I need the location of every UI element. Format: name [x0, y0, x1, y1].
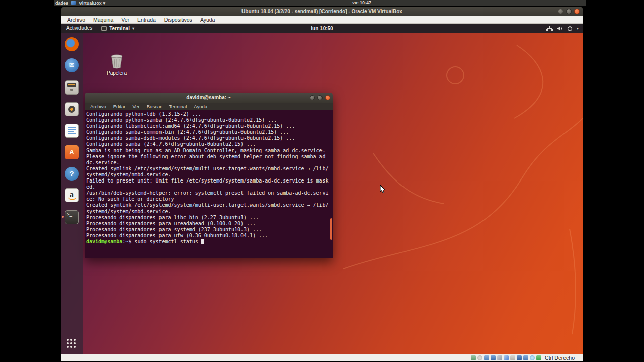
typed-command: sudo systemctl status	[134, 239, 201, 244]
files-icon	[65, 80, 79, 95]
dock-item-libreoffice-writer[interactable]	[65, 124, 79, 138]
mail-icon: ✉	[65, 58, 79, 72]
dock-item-rhythmbox[interactable]	[65, 102, 79, 116]
terminal-line: Created symlink /etc/systemd/system/mult…	[86, 202, 333, 208]
vm-window-title: Ubuntu 18.04 (3/2/20 - sendmail) [Corrie…	[242, 9, 403, 14]
session-status-icon[interactable]	[523, 355, 528, 360]
features-status-icon[interactable]	[530, 355, 535, 360]
terminal-line: Procesando disparadores para systemd (23…	[86, 227, 333, 233]
dock-item-firefox[interactable]	[65, 37, 79, 51]
usb-status-icon[interactable]	[497, 355, 502, 360]
menu-ayuda[interactable]: Ayuda	[196, 17, 219, 23]
optical-status-icon[interactable]	[477, 355, 482, 360]
dock-item-help[interactable]: ?	[65, 167, 79, 181]
minimize-button[interactable]	[558, 9, 564, 14]
host-activities-label[interactable]: dades	[55, 1, 68, 6]
dock-item-terminal[interactable]: >_	[65, 210, 79, 224]
terminal-line: Configurando samba-common-bin (2:4.7.6+d…	[86, 129, 333, 135]
guest-screen: Actividades Terminal ▾ lun 10:50	[61, 24, 583, 354]
trash-label: Papelera	[99, 70, 134, 76]
terminal-minimize-button[interactable]	[310, 95, 315, 100]
maximize-button[interactable]	[566, 9, 572, 14]
terminal-maximize-button[interactable]	[317, 95, 323, 100]
power-icon	[567, 26, 573, 31]
terminal-line: Configurando samba-dsdb-modules (2:4.7.6…	[86, 135, 333, 141]
terminal-titlebar[interactable]: davidm@samba: ~	[85, 93, 333, 103]
menu-archivo[interactable]: Archivo	[63, 17, 89, 23]
ubuntu-software-icon: A	[65, 145, 79, 159]
terminal-line: systemd/system/nmbd.service.	[86, 172, 333, 178]
terminal-line: ed.	[86, 184, 333, 190]
terminal-line: /usr/bin/deb-systemd-helper: error: syst…	[86, 190, 333, 196]
terminal-line: Configurando python-tdb (1.3.15-2) ...	[86, 111, 333, 117]
show-applications-button[interactable]	[65, 337, 79, 351]
tmenu-terminal[interactable]: Terminal	[165, 104, 190, 109]
amazon-icon: a	[65, 188, 79, 202]
guest-clock[interactable]: lun 10:50	[61, 26, 583, 31]
menu-dispositivos[interactable]: Dispositivos	[160, 17, 196, 23]
audio-status-icon[interactable]	[484, 355, 489, 360]
system-status-area[interactable]: ▾	[546, 24, 579, 33]
trash-desktop-icon[interactable]: Papelera	[99, 54, 134, 76]
host-clock[interactable]: vie 10:47	[352, 0, 371, 6]
help-icon: ?	[65, 167, 79, 181]
tmenu-archivo[interactable]: Archivo	[87, 104, 110, 109]
dock: ✉ A ? a >_	[61, 33, 83, 354]
terminal-line: dc.service.	[86, 160, 333, 166]
tmenu-editar[interactable]: Editar	[110, 104, 129, 109]
terminal-icon: >_	[65, 210, 79, 224]
dock-item-mail[interactable]: ✉	[65, 58, 79, 72]
terminal-line: ce: No such file or directory	[86, 196, 333, 202]
writer-icon	[65, 124, 79, 138]
mouse-pointer	[380, 185, 386, 194]
terminal-close-button[interactable]	[325, 95, 330, 100]
virtualbox-window: Ubuntu 18.04 (3/2/20 - sendmail) [Corrie…	[61, 7, 583, 361]
close-button[interactable]	[574, 9, 580, 14]
text-cursor	[201, 239, 204, 244]
hdd-status-icon[interactable]	[471, 355, 476, 360]
network-status-icon[interactable]	[491, 355, 496, 360]
tmenu-ver[interactable]: Ver	[129, 104, 143, 109]
network-icon	[546, 26, 553, 31]
terminal-line: Failed to preset unit: Unit file /etc/sy…	[86, 178, 333, 184]
rhythmbox-icon	[65, 102, 79, 116]
dock-item-files[interactable]	[65, 80, 79, 95]
dock-item-amazon[interactable]: a	[65, 188, 79, 202]
volume-icon	[557, 26, 563, 31]
vm-window-titlebar[interactable]: Ubuntu 18.04 (3/2/20 - sendmail) [Corrie…	[61, 7, 583, 16]
display-status-icon[interactable]	[510, 355, 515, 360]
terminal-line: Samba is not being run as an AD Domain C…	[86, 148, 333, 154]
terminal-line: systemd/system/smbd.service.	[86, 209, 333, 215]
terminal-window: davidm@samba: ~ Archivo Editar Ver Busca…	[85, 93, 333, 258]
app-grid-icon	[65, 337, 79, 350]
terminal-prompt-line: davidm@samba:~$ sudo systemctl status	[86, 239, 333, 245]
terminal-line: Configurando samba (2:4.7.6+dfsg~ubuntu-…	[86, 141, 333, 147]
tmenu-buscar[interactable]: Buscar	[143, 104, 166, 109]
dock-item-ubuntu-software[interactable]: A	[65, 145, 79, 159]
vm-statusbar: Ctrl Derecho	[61, 354, 583, 361]
gnome-top-bar: Actividades Terminal ▾ lun 10:50	[61, 24, 583, 33]
mouse-status-icon[interactable]	[536, 355, 541, 360]
prompt-user-host: davidm@samba	[86, 239, 122, 244]
terminal-line: Configurando python-samba (2:4.7.6+dfsg~…	[86, 117, 333, 123]
terminal-line: Configurando libsmbclient:amd64 (2:4.7.6…	[86, 123, 333, 129]
menu-entrada[interactable]: Entrada	[133, 17, 160, 23]
menu-ver[interactable]: Ver	[117, 17, 133, 23]
terminal-line: Procesando disparadores para libc-bin (2…	[86, 215, 333, 221]
terminal-scrollbar-thumb[interactable]	[330, 218, 332, 240]
tmenu-ayuda[interactable]: Ayuda	[190, 104, 211, 109]
host-top-bar: dades VirtualBox ▾ vie 10:47	[54, 0, 586, 6]
trash-can-icon	[109, 54, 125, 69]
menu-maquina[interactable]: Máquina	[89, 17, 117, 23]
firefox-icon	[65, 37, 79, 51]
host-appmenu-virtualbox[interactable]: VirtualBox ▾	[79, 1, 105, 6]
host-key-label: Ctrl Derecho	[545, 355, 575, 361]
terminal-line: Procesando disparadores para ufw (0.36-0…	[86, 233, 333, 239]
terminal-menubar: Archivo Editar Ver Buscar Terminal Ayuda	[85, 103, 333, 110]
terminal-output[interactable]: Configurando python-tdb (1.3.15-2) ... C…	[85, 110, 333, 258]
chevron-down-icon: ▾	[577, 26, 579, 31]
recording-status-icon[interactable]	[517, 355, 522, 360]
virtualbox-app-icon	[71, 1, 76, 5]
terminal-title: davidm@samba: ~	[186, 95, 230, 100]
sharedfolders-status-icon[interactable]	[504, 355, 509, 360]
